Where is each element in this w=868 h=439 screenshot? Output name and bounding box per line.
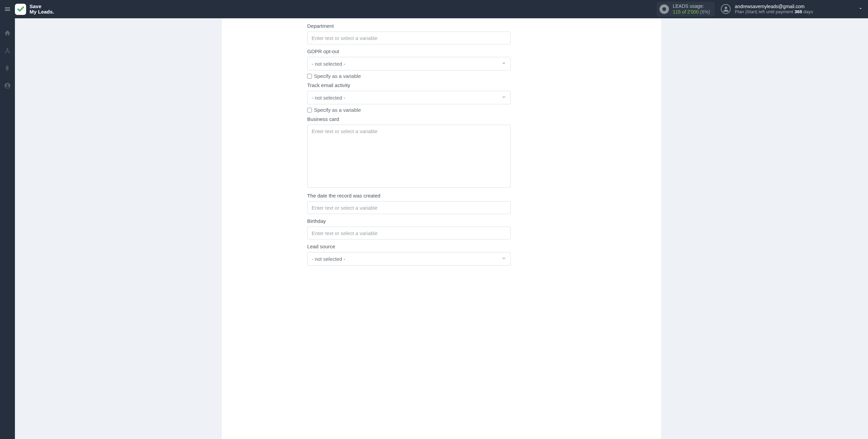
account-menu[interactable]: andrewsavemyleads@gmail.com Plan |Start|… (721, 4, 863, 15)
hamburger-icon (4, 6, 11, 13)
label-track-email: Track email activity (307, 82, 511, 88)
check-icon (17, 5, 25, 13)
checkbox-specify-variable-gdpr[interactable] (307, 74, 312, 79)
select-gdpr[interactable]: - not selected - (307, 57, 511, 70)
input-department[interactable] (307, 32, 511, 44)
checkbox-label-gdpr[interactable]: Specify as a variable (314, 73, 361, 79)
brand-logo[interactable]: Save My Leads. (15, 4, 54, 15)
textarea-business-card[interactable] (307, 125, 511, 188)
usage-text: LEADS usage: 115 of 2'000 (6%) (673, 3, 710, 15)
user-icon (723, 6, 729, 12)
logo-mark (15, 4, 26, 15)
home-icon (4, 29, 11, 36)
chevron-down-icon (501, 61, 506, 67)
sidebar-nav (0, 18, 15, 439)
select-lead-source-value: - not selected - (312, 256, 345, 262)
field-date-created: The date the record was created (307, 193, 511, 214)
field-birthday: Birthday (307, 218, 511, 239)
menu-toggle-button[interactable] (0, 0, 15, 18)
select-gdpr-value: - not selected - (312, 61, 345, 67)
form-card: Department GDPR opt-out - not selected -… (222, 18, 661, 439)
account-text: andrewsavemyleads@gmail.com Plan |Start|… (735, 4, 813, 15)
form: Department GDPR opt-out - not selected -… (307, 18, 511, 266)
account-dropdown-toggle[interactable] (817, 6, 863, 12)
app-header: Save My Leads. LEADS usage: 115 of 2'000… (0, 0, 868, 18)
dollar-icon (4, 65, 11, 71)
field-lead-source: Lead source - not selected - (307, 244, 511, 266)
checkbox-label-track[interactable]: Specify as a variable (314, 107, 361, 113)
chevron-down-icon (501, 256, 506, 262)
info-icon (659, 4, 669, 14)
sidebar-item-account[interactable] (0, 81, 15, 91)
label-department: Department (307, 23, 511, 29)
select-track-email[interactable]: - not selected - (307, 91, 511, 104)
select-track-email-value: - not selected - (312, 95, 345, 101)
select-lead-source[interactable]: - not selected - (307, 252, 511, 266)
field-business-card: Business card (307, 116, 511, 189)
label-birthday: Birthday (307, 218, 511, 224)
field-gdpr: GDPR opt-out - not selected - Specify as… (307, 48, 511, 79)
label-business-card: Business card (307, 116, 511, 122)
usage-label: LEADS usage: (673, 3, 710, 9)
input-date-created[interactable] (307, 201, 511, 214)
avatar (721, 4, 731, 14)
sitemap-icon (4, 47, 11, 54)
page-scroll[interactable]: Department GDPR opt-out - not selected -… (15, 18, 868, 439)
label-date-created: The date the record was created (307, 193, 511, 198)
checkbox-specify-variable-track[interactable] (307, 108, 312, 112)
field-track-email: Track email activity - not selected - Sp… (307, 82, 511, 113)
label-lead-source: Lead source (307, 244, 511, 249)
usage-value: 115 of 2'000 (6%) (673, 9, 710, 15)
specify-variable-row-gdpr: Specify as a variable (307, 73, 511, 79)
account-email: andrewsavemyleads@gmail.com (735, 4, 813, 9)
sidebar-item-billing[interactable] (0, 63, 15, 73)
field-department: Department (307, 23, 511, 44)
leads-usage-box[interactable]: LEADS usage: 115 of 2'000 (6%) (657, 2, 715, 17)
sidebar-item-connections[interactable] (0, 45, 15, 56)
input-birthday[interactable] (307, 227, 511, 239)
chevron-down-icon (501, 95, 506, 101)
account-plan: Plan |Start| left until payment 365 days (735, 9, 813, 15)
label-gdpr: GDPR opt-out (307, 48, 511, 54)
chevron-down-icon (858, 6, 863, 11)
specify-variable-row-track: Specify as a variable (307, 107, 511, 113)
user-circle-icon (4, 82, 11, 89)
brand-name: Save My Leads. (29, 4, 54, 15)
sidebar-item-home[interactable] (0, 28, 15, 38)
